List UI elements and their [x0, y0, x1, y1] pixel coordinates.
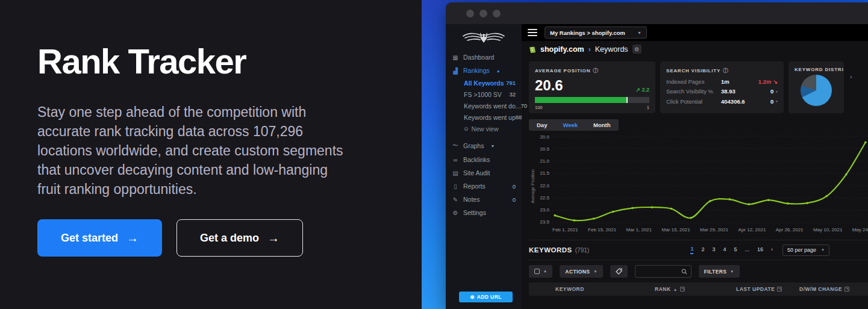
keywords-title: KEYWORDS — [529, 246, 572, 254]
column-header-rank[interactable]: RANK ▲ — [655, 286, 736, 292]
actions-label: ACTIONS — [565, 269, 590, 275]
page-title: Rank Tracker — [37, 41, 246, 81]
column-header-dwm-change[interactable]: D/W/M CHANGE — [799, 286, 849, 292]
scale-min-label: 100 — [535, 105, 543, 110]
subitem-count: 88 — [516, 114, 522, 120]
reports-icon: ▯ — [452, 183, 459, 190]
column-header-keyword[interactable]: KEYWORD — [555, 286, 655, 292]
time-range-tabs: Day Week Month — [529, 119, 868, 131]
sort-asc-icon: ▲ — [673, 287, 678, 292]
position-scale: 100 1 — [535, 105, 649, 110]
average-position-title: AVERAGE POSITION — [535, 68, 590, 73]
keyword-search-input[interactable] — [639, 269, 681, 275]
metric-value: 38.93 — [721, 88, 756, 95]
rankings-icon: ▟ — [452, 67, 459, 74]
main-content: My Rankings > shopify.com ▼ shopify.com … — [522, 24, 868, 309]
page-button-4[interactable]: 4 — [723, 246, 726, 254]
info-icon[interactable]: ⓘ — [593, 67, 599, 75]
page-button-5[interactable]: 5 — [734, 246, 737, 254]
new-view-button[interactable]: ⊙ New view — [446, 123, 522, 135]
window-dot-icon — [479, 10, 487, 17]
page-button-3[interactable]: 3 — [712, 246, 715, 254]
add-url-button[interactable]: ⊕ ADD URL — [459, 292, 513, 302]
page-button-2[interactable]: 2 — [701, 246, 704, 254]
gear-icon[interactable]: ⚙ — [632, 45, 642, 54]
tab-month[interactable]: Month — [585, 119, 619, 131]
chevron-down-icon: ▼ — [593, 270, 597, 273]
chevron-down-icon: ▼ — [490, 144, 495, 148]
column-header-last-update[interactable]: LAST UPDATE — [736, 286, 799, 292]
actions-button[interactable]: ACTIONS ▼ — [560, 265, 602, 278]
sidebar-item-settings[interactable]: ⚙ Settings — [446, 206, 522, 219]
get-started-button[interactable]: Get started → — [37, 219, 162, 257]
search-visibility-card: SEARCH VISIBILITY ⓘ Indexed Pages 1m 1.2… — [660, 61, 784, 113]
keywords-table-header: KEYWORD RANK ▲ LAST UPDATE D/W/M CHANGE — [529, 282, 868, 296]
x-tick: May 24 — [852, 227, 868, 233]
x-tick: Mar 1, 2021 — [626, 227, 652, 233]
sidebar-nav: ▦ Dashboard ▟ Rankings ▲ All Keywords 79… — [446, 51, 522, 219]
sidebar-item-dashboard[interactable]: ▦ Dashboard — [446, 51, 522, 64]
x-tick: Apr 12, 2021 — [738, 227, 766, 233]
filters-label: FILTERS — [704, 269, 727, 275]
window-dot-icon — [493, 10, 501, 17]
hamburger-menu-icon[interactable] — [528, 29, 537, 36]
arrow-right-icon: → — [126, 231, 139, 245]
info-icon[interactable]: ⓘ — [723, 67, 729, 75]
tag-icon — [616, 268, 622, 275]
keywords-count: (791) — [575, 247, 589, 254]
sidebar-item-label: Settings — [463, 209, 486, 216]
sidebar-item-notes[interactable]: ✎ Notes 0 — [446, 193, 522, 206]
chart-y-axis-title: Average Position — [529, 134, 537, 238]
metric-row: Click Potential 404306.6 0● — [666, 98, 778, 105]
average-position-fill — [535, 97, 628, 103]
sidebar-item-reports[interactable]: ▯ Reports 0 — [446, 179, 522, 193]
metric-delta: 1.2m ↘ — [756, 78, 778, 85]
position-chart-svg — [552, 134, 868, 225]
chevron-right-icon[interactable]: › — [850, 73, 852, 80]
next-page-button[interactable]: › — [771, 246, 773, 254]
select-all-checkbox-button[interactable]: ▼ — [529, 265, 552, 278]
workspace-selector[interactable]: My Rankings > shopify.com ▼ — [545, 27, 647, 39]
sidebar-item-graphs[interactable]: 〜 Graphs ▼ — [446, 139, 522, 153]
tab-day[interactable]: Day — [529, 119, 555, 131]
sidebar-subitem-all-keywords[interactable]: All Keywords 791 — [446, 77, 522, 89]
sidebar-item-count: 0 — [513, 196, 516, 203]
tag-button[interactable] — [610, 265, 628, 278]
average-position-chart: Average Position 20.0 20.5 21.0 21.5 22.… — [529, 134, 868, 238]
plus-circle-icon: ⊙ — [464, 126, 469, 132]
sidebar-item-label: Dashboard — [463, 54, 494, 61]
metric-label: Search Visibility % — [666, 88, 721, 95]
breadcrumb-section[interactable]: Keywords — [595, 45, 628, 54]
get-demo-button[interactable]: Get a demo → — [176, 219, 303, 257]
y-tick: 21.5 — [537, 170, 549, 176]
sidebar-item-backlinks[interactable]: ∞ Backlinks — [446, 153, 522, 166]
arrow-right-icon: → — [267, 231, 279, 245]
tab-week[interactable]: Week — [555, 119, 585, 131]
x-tick: May 10, 2021 — [813, 227, 842, 233]
sidebar-subitem-fs-1000-sv[interactable]: FS >1000 SV 32 — [446, 89, 522, 100]
per-page-select[interactable]: 50 per page ▼ — [782, 245, 829, 256]
average-position-card: AVERAGE POSITION ⓘ 20.6 ↗ 2.2 100 1 — [529, 61, 655, 113]
sidebar-item-rankings[interactable]: ▟ Rankings ▲ — [446, 64, 522, 77]
x-tick: Feb 1, 2021 — [552, 227, 578, 233]
edit-column-icon — [680, 287, 685, 292]
sidebar-subitem-keywords-went-up[interactable]: Keywords went up 88 — [446, 111, 522, 123]
breadcrumb-site[interactable]: shopify.com — [540, 45, 584, 54]
subitem-label: FS >1000 SV — [464, 91, 502, 98]
owl-logo-icon — [462, 30, 505, 46]
breadcrumb: shopify.com › Keywords ⚙ — [522, 41, 868, 57]
y-tick: 22.0 — [537, 183, 549, 189]
sidebar-item-site-audit[interactable]: ▤ Site Audit — [446, 166, 522, 179]
sidebar-subitem-keywords-went-down[interactable]: Keywords went do... 70 — [446, 100, 522, 111]
hero-cta-group: Get started → Get a demo → — [37, 219, 303, 257]
y-tick: 21.0 — [537, 158, 549, 164]
page-button-1[interactable]: 1 — [690, 246, 693, 254]
page-ellipsis: ... — [745, 246, 749, 254]
pagination: 1 2 3 4 5 ... 16 › — [690, 246, 773, 254]
sidebar: ▦ Dashboard ▟ Rankings ▲ All Keywords 79… — [446, 24, 522, 309]
sidebar-item-count: 0 — [513, 183, 516, 190]
chart-y-ticks: 20.0 20.5 21.0 21.5 22.0 22.5 23.0 23.5 — [537, 134, 552, 225]
notes-icon: ✎ — [452, 196, 459, 203]
page-button-16[interactable]: 16 — [757, 246, 763, 254]
filters-button[interactable]: FILTERS ▼ — [699, 265, 740, 278]
